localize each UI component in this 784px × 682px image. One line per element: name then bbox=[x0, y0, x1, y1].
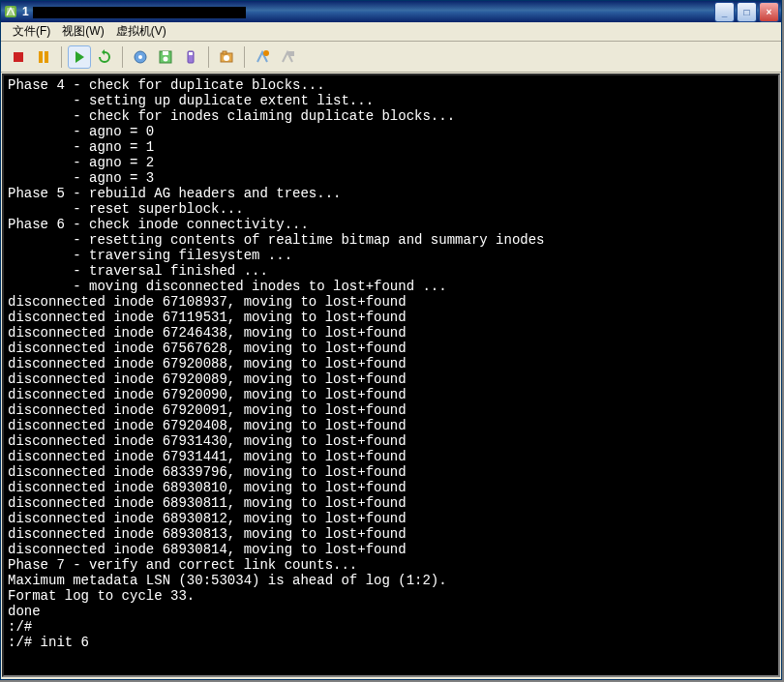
titlebar[interactable]: 1 _ □ × bbox=[1, 1, 781, 22]
svg-point-9 bbox=[164, 56, 168, 61]
snapshot-button[interactable] bbox=[215, 45, 238, 69]
menu-file[interactable]: 文件(F) bbox=[7, 21, 56, 42]
svg-rect-2 bbox=[14, 52, 23, 62]
fullscreen-button[interactable] bbox=[276, 45, 299, 69]
stop-icon bbox=[11, 49, 26, 65]
reset-icon bbox=[97, 49, 112, 65]
shortcut-button[interactable] bbox=[251, 45, 274, 69]
close-button[interactable]: × bbox=[759, 2, 779, 22]
toolbar bbox=[1, 42, 781, 73]
usb-icon bbox=[183, 49, 198, 65]
svg-point-14 bbox=[224, 55, 229, 61]
connect-usb-button[interactable] bbox=[179, 45, 202, 69]
svg-rect-8 bbox=[163, 51, 168, 55]
title-redacted bbox=[33, 7, 246, 18]
toolbar-separator bbox=[244, 46, 245, 68]
menu-view[interactable]: 视图(W) bbox=[56, 21, 109, 42]
play-icon bbox=[72, 49, 87, 65]
snapshot-icon bbox=[219, 49, 234, 65]
minimize-button[interactable]: _ bbox=[714, 2, 735, 22]
svg-rect-13 bbox=[223, 51, 226, 54]
svg-rect-11 bbox=[189, 52, 193, 55]
window-title: 1 bbox=[22, 5, 714, 18]
menu-vm[interactable]: 虚拟机(V) bbox=[110, 21, 172, 42]
toolbar-separator bbox=[122, 46, 123, 68]
play-button[interactable] bbox=[68, 45, 91, 69]
pause-button[interactable] bbox=[32, 45, 55, 69]
stop-button[interactable] bbox=[7, 45, 30, 69]
window-controls: _ □ × bbox=[714, 2, 779, 22]
console-terminal[interactable]: Phase 4 - check for duplicate blocks... … bbox=[2, 74, 780, 677]
toolbar-separator bbox=[208, 46, 209, 68]
svg-point-15 bbox=[263, 50, 269, 56]
connect-cd-button[interactable] bbox=[129, 45, 152, 69]
connect-floppy-button[interactable] bbox=[154, 45, 177, 69]
fullscreen-icon bbox=[280, 49, 295, 65]
svg-rect-3 bbox=[39, 51, 43, 63]
svg-point-6 bbox=[138, 55, 142, 59]
cd-icon bbox=[133, 49, 148, 65]
vm-console-window: 1 _ □ × 文件(F) 视图(W) 虚拟机(V) bbox=[0, 0, 782, 680]
toolbar-separator bbox=[61, 46, 62, 68]
reset-button[interactable] bbox=[93, 45, 116, 69]
svg-rect-16 bbox=[288, 51, 294, 56]
shortcut-icon bbox=[255, 49, 270, 65]
svg-rect-4 bbox=[45, 51, 48, 63]
console-output: Phase 4 - check for duplicate blocks... … bbox=[8, 77, 774, 650]
pause-icon bbox=[36, 49, 51, 65]
maximize-button[interactable]: □ bbox=[737, 2, 757, 22]
app-icon bbox=[3, 4, 18, 19]
menubar: 文件(F) 视图(W) 虚拟机(V) bbox=[1, 22, 781, 42]
floppy-icon bbox=[158, 49, 173, 65]
